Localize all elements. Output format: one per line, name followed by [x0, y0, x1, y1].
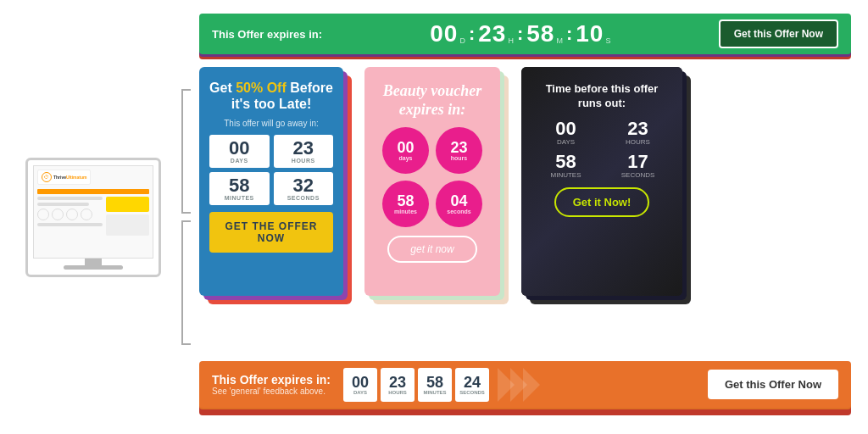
blue-card-subtitle: This offer will go away in:: [224, 119, 319, 128]
dark-days-label: days: [557, 138, 575, 146]
pink-days-circle: 00 days: [382, 127, 429, 174]
orange-hours-num: 23: [389, 375, 406, 390]
bracket-section: [178, 81, 195, 353]
monitor-stand-neck: [85, 259, 102, 265]
dark-hours-label: hours: [626, 138, 650, 146]
green-banner-stack: This Offer expires in: 00 D : 23 H : 58 …: [199, 14, 851, 60]
pink-hours-label: hours: [451, 155, 467, 161]
pink-seconds-label: seconds: [447, 209, 470, 214]
monitor-circle-2: [52, 209, 64, 220]
orange-banner-title: This Offer expires in:: [212, 373, 331, 387]
pink-seconds-circle: 04 seconds: [436, 181, 482, 227]
blue-card-stack: Get 50% Off Before it's too Late! This o…: [199, 67, 352, 304]
blue-minutes-num: 58: [212, 176, 267, 195]
monitor-line-2: [37, 203, 89, 206]
bottom-banner-cta-button[interactable]: Get this Offer Now: [708, 370, 838, 399]
orange-seconds-label: SECONDS: [459, 390, 485, 395]
blue-seconds-box: 32 SECONDS: [274, 172, 334, 205]
monitor-circles: [37, 209, 103, 220]
dark-card-content: Time before this offer runs out: 00 days…: [521, 67, 682, 296]
orange-minutes-box: 58 MINUTES: [418, 368, 452, 402]
dark-card-cta-button[interactable]: Get it Now!: [554, 187, 650, 217]
monitor-orange-bar: [37, 189, 149, 194]
orange-banner-subtitle: See 'general' feedback above.: [212, 387, 331, 396]
pink-card-stack: Beauty voucher expires in: 00 days 23 ho…: [364, 67, 509, 304]
top-green-banner: This Offer expires in: 00 D : 23 H : 58 …: [199, 14, 851, 54]
monitor-line-3: [37, 223, 103, 226]
orange-minutes-label: MINUTES: [424, 390, 447, 395]
dark-seconds-num: 17: [627, 153, 648, 171]
orange-days-num: 00: [352, 375, 369, 390]
monitor-right-col: [106, 197, 149, 254]
blue-time-grid: 00 DAYS 23 HOURS 58 MINUTES: [209, 135, 333, 205]
monitor-brand-text: ThriveUltimatum: [53, 175, 86, 180]
blue-card-title: Get 50% Off Before it's too Late!: [209, 80, 333, 112]
monitor-top-bar: ⏱ ThriveUltimatum: [37, 170, 149, 185]
monitor-right-box-1: [106, 197, 149, 212]
pink-card-content: Beauty voucher expires in: 00 days 23 ho…: [364, 67, 500, 296]
orange-hours-box: 23 HOURS: [381, 368, 415, 402]
orange-hours-label: HOURS: [388, 390, 407, 395]
blue-card-cta-button[interactable]: GET THE OFFER NOW: [209, 212, 333, 253]
monitor-base: [64, 265, 123, 270]
top-banner-hours-unit: H: [508, 36, 514, 45]
orange-arrows: [502, 368, 540, 402]
pink-minutes-circle: 58 minutes: [382, 181, 429, 227]
monitor-content-area: [37, 197, 149, 254]
dark-minutes-label: minutes: [551, 171, 581, 179]
monitor-logo-area: ⏱ ThriveUltimatum: [37, 170, 91, 185]
pink-card-title: Beauty voucher expires in:: [375, 82, 490, 119]
dark-card-title: Time before this offer runs out:: [533, 82, 670, 111]
top-banner-seconds: 10: [576, 20, 604, 47]
orange-days-box: 00 DAYS: [343, 368, 377, 402]
right-content: This Offer expires in: 00 D : 23 H : 58 …: [199, 9, 851, 425]
top-banner-minutes: 58: [526, 20, 554, 47]
monitor-logo-icon: ⏱: [42, 172, 52, 182]
colon-2: :: [517, 23, 523, 45]
top-banner-cta-button[interactable]: Get this Offer Now: [719, 19, 838, 48]
bracket-svg: [178, 81, 195, 353]
blue-minutes-box: 58 MINUTES: [209, 172, 270, 205]
monitor-circle-1: [37, 209, 49, 220]
orange-minutes-num: 58: [426, 375, 443, 390]
monitor-section: ⏱ ThriveUltimatum: [17, 158, 170, 277]
colon-3: :: [566, 23, 572, 45]
dark-time-grid: 00 days 23 hours 58 minutes 17: [533, 120, 670, 179]
orange-seconds-num: 24: [464, 375, 481, 390]
top-banner-seconds-unit: S: [605, 36, 610, 45]
blue-hours-num: 23: [276, 139, 331, 158]
main-container: ⏱ ThriveUltimatum: [0, 0, 868, 434]
dark-seconds-item: 17 seconds: [605, 153, 670, 179]
blue-hours-label: HOURS: [276, 158, 331, 164]
blue-card-main: Get 50% Off Before it's too Late! This o…: [199, 67, 343, 296]
green-banner-content: This Offer expires in: 00 D : 23 H : 58 …: [212, 19, 838, 48]
monitor-screen: ⏱ ThriveUltimatum: [33, 165, 153, 259]
monitor-right-box-2: [106, 214, 149, 236]
pink-days-label: days: [399, 155, 413, 161]
banner-expire-label: This Offer expires in:: [212, 28, 322, 41]
pink-days-num: 00: [397, 140, 414, 155]
top-banner-minutes-unit: M: [556, 36, 563, 45]
pink-hours-num: 23: [450, 140, 467, 155]
monitor-circle-3: [66, 209, 78, 220]
orange-banner-stack: This Offer expires in: See 'general' fee…: [199, 361, 851, 420]
blue-card-content: Get 50% Off Before it's too Late! This o…: [199, 67, 343, 296]
blue-title-highlight: 50% Off: [236, 81, 287, 95]
middle-section: Get 50% Off Before it's too Late! This o…: [199, 67, 851, 354]
dark-days-num: 00: [555, 120, 576, 138]
blue-minutes-label: MINUTES: [212, 195, 267, 201]
monitor-circle-4: [81, 209, 92, 220]
pink-minutes-num: 58: [397, 193, 414, 209]
blue-hours-box: 23 HOURS: [274, 135, 334, 168]
orange-banner-main: This Offer expires in: See 'general' fee…: [199, 361, 851, 408]
blue-seconds-label: SECONDS: [276, 195, 331, 201]
pink-card-cta-button[interactable]: get it now: [387, 236, 476, 263]
pink-hours-circle: 23 hours: [436, 127, 482, 174]
top-banner-countdown: 00 D : 23 H : 58 M : 10 S: [331, 20, 710, 47]
arrow-3: [523, 368, 540, 402]
pink-minutes-label: minutes: [394, 209, 417, 214]
top-banner-days-unit: D: [459, 36, 465, 45]
top-banner-hours: 23: [478, 20, 506, 47]
dark-minutes-item: 58 minutes: [533, 153, 598, 179]
blue-seconds-num: 32: [276, 176, 331, 195]
